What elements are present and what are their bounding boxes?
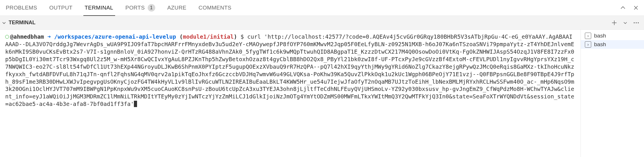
- terminal-icon: ›: [585, 41, 591, 48]
- terminal-cursor: [134, 101, 137, 107]
- tab-terminal[interactable]: TERMINAL: [80, 0, 121, 16]
- branch-paren-close: ): [234, 33, 237, 40]
- panel-actions: [619, 4, 640, 12]
- prompt-dollar: $: [240, 33, 244, 40]
- svg-point-0: [634, 22, 635, 23]
- terminal-list-item[interactable]: › bash: [581, 40, 644, 49]
- terminal-output[interactable]: @ahmedbham ➜ /workspaces/azure-openai-ap…: [0, 30, 581, 157]
- maximize-panel-icon[interactable]: [619, 4, 627, 12]
- terminal-section-header[interactable]: TERMINAL: [0, 16, 644, 30]
- tab-label: PORTS: [126, 5, 145, 11]
- svg-point-1: [636, 22, 637, 23]
- status-dot-icon: [5, 35, 9, 39]
- terminal-name: bash: [594, 33, 606, 39]
- tab-label: COMMENTS: [199, 5, 231, 11]
- chevron-down-icon: [2, 20, 8, 25]
- tab-label: AZURE: [167, 5, 186, 11]
- tab-azure[interactable]: AZURE: [163, 0, 194, 16]
- terminal-list: › bash › bash: [581, 30, 644, 157]
- tab-label: OUTPUT: [49, 5, 73, 11]
- new-terminal-icon[interactable]: [610, 19, 619, 27]
- panel-body: @ahmedbham ➜ /workspaces/azure-openai-ap…: [0, 30, 644, 157]
- terminal-name: bash: [594, 41, 606, 48]
- tab-comments[interactable]: COMMENTS: [194, 0, 239, 16]
- tab-output[interactable]: OUTPUT: [45, 0, 81, 16]
- tab-ports[interactable]: PORTS 1: [121, 0, 163, 16]
- prompt-arrow: ➜: [47, 33, 51, 40]
- split-terminal-chevron-icon[interactable]: [622, 20, 628, 25]
- close-panel-icon[interactable]: [632, 4, 640, 12]
- more-actions-icon[interactable]: [632, 21, 641, 25]
- ports-badge: 1: [148, 4, 155, 12]
- section-title: TERMINAL: [9, 20, 35, 26]
- command-text: curl 'http://localhost:42577/?code=0.AQE…: [5, 33, 574, 107]
- svg-point-2: [638, 22, 639, 23]
- terminal-list-item[interactable]: › bash: [581, 31, 644, 40]
- prompt-path: /workspaces/azure-openai-api-levelup: [54, 33, 176, 40]
- panel-tabs: PROBLEMS OUTPUT TERMINAL PORTS 1 AZURE C…: [0, 0, 644, 16]
- tab-problems[interactable]: PROBLEMS: [4, 0, 45, 16]
- prompt-branch: module1/initial: [183, 33, 234, 40]
- tab-label: PROBLEMS: [6, 5, 37, 11]
- terminal-icon: ›: [585, 33, 591, 39]
- prompt-user: @ahmedbham: [10, 33, 44, 40]
- branch-paren-open: (: [179, 33, 183, 40]
- terminal-header-actions: [610, 19, 641, 27]
- tab-label: TERMINAL: [85, 5, 113, 11]
